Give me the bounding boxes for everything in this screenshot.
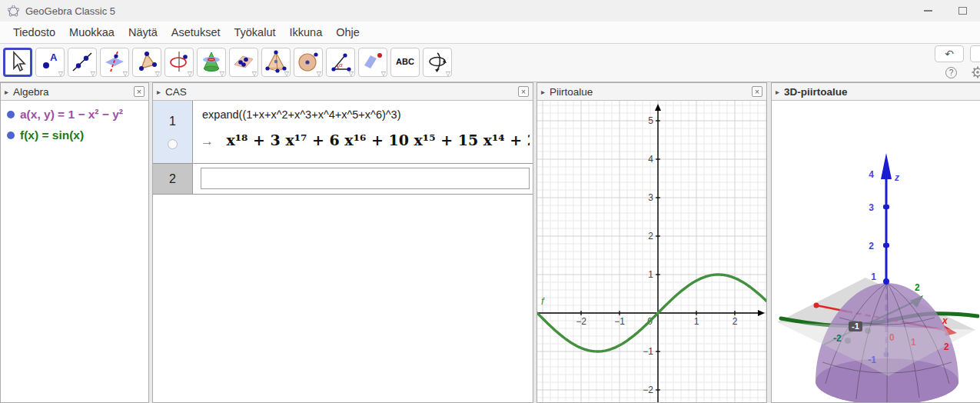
svg-text:5: 5 (648, 115, 653, 126)
tool-dropdown-icon[interactable]: ▽ (252, 70, 257, 77)
algebra-header: ▸ Algebra × (1, 83, 148, 101)
minimize-button[interactable] (911, 0, 945, 22)
pyramid-tool[interactable]: ▽ (261, 48, 291, 77)
svg-text:4: 4 (648, 154, 653, 165)
menu-nayta[interactable]: Näytä (121, 23, 164, 42)
window-title: GeoGebra Classic 5 (25, 5, 115, 17)
toolbar: A ▽ ▽ ▽ ▽ ▽ (0, 44, 980, 82)
menu-tyokalut[interactable]: Työkalut (227, 23, 282, 42)
circle-with-axis-tool[interactable]: ▽ (164, 48, 194, 77)
graphics-3d-panel: ▸ 3D-piirtoalue (771, 82, 980, 403)
settings-gear-icon[interactable] (972, 66, 980, 78)
tool-dropdown-icon[interactable]: ▽ (91, 70, 95, 77)
undo-icon: ↶ (945, 48, 954, 60)
reflect-tool[interactable]: ▽ (358, 48, 387, 77)
tool-dropdown-icon[interactable]: ▽ (58, 70, 63, 77)
polygon-tool[interactable]: ▽ (132, 48, 161, 77)
panel-collapse-icon[interactable]: ▸ (157, 88, 161, 96)
cas-header: ▸ CAS × (153, 83, 533, 101)
help-button[interactable]: ? (945, 67, 957, 78)
maximize-button[interactable] (945, 0, 980, 22)
menu-asetukset[interactable]: Asetukset (164, 23, 228, 42)
tool-dropdown-icon[interactable]: ▽ (155, 70, 160, 77)
graphics-canvas[interactable]: −2−11254321−1−20 f (537, 101, 766, 402)
svg-text:1: 1 (871, 271, 876, 282)
svg-text:1: 1 (694, 316, 699, 327)
reflect-icon (361, 50, 384, 73)
svg-text:3: 3 (648, 192, 653, 203)
object-visibility-dot[interactable] (7, 111, 15, 118)
cas-input-2[interactable] (201, 168, 530, 189)
window-controls (911, 0, 980, 22)
close-icon[interactable]: × (752, 86, 762, 97)
tool-dropdown-icon[interactable]: ▽ (349, 70, 354, 77)
algebra-item-surface[interactable]: a(x, y) = 1 − x² − y² (7, 108, 148, 122)
cas-row-number[interactable]: 2 (153, 164, 193, 194)
svg-text:2: 2 (869, 241, 874, 251)
menu-muokkaa[interactable]: Muokkaa (62, 23, 121, 42)
svg-text:4: 4 (869, 169, 874, 180)
axes (537, 104, 765, 402)
panel-collapse-icon[interactable]: ▸ (776, 88, 779, 96)
move-tool[interactable] (3, 48, 32, 77)
angle-tool[interactable]: α ▽ (326, 48, 355, 77)
minimize-icon (924, 10, 932, 12)
redo-button[interactable]: ↷ (970, 45, 980, 62)
svg-text:x: x (942, 315, 948, 326)
close-icon[interactable]: × (518, 86, 529, 97)
plane-through-points-tool[interactable]: ▽ (229, 48, 258, 77)
cas-input-1[interactable]: expand((1+x+x^2+x^3+x^4+x^5+x^6)^3) (202, 108, 400, 121)
tool-dropdown-icon[interactable]: ▽ (188, 70, 192, 77)
cas-row-1[interactable]: 1 expand((1+x+x^2+x^3+x^4+x^5+x^6)^3) → … (153, 101, 533, 164)
tool-dropdown-icon[interactable]: ▽ (317, 70, 321, 77)
polygon-icon (135, 50, 158, 73)
menu-tiedosto[interactable]: Tiedosto (6, 23, 62, 42)
cas-row-number[interactable]: 1 (153, 101, 193, 163)
svg-text:1: 1 (648, 269, 653, 280)
graphics-3d-header: ▸ 3D-piirtoalue (772, 83, 980, 101)
tool-dropdown-icon[interactable]: ▽ (123, 70, 128, 77)
point-tool[interactable]: A ▽ (35, 48, 65, 77)
line-tool[interactable]: ▽ (68, 48, 97, 77)
rotate-view-tool[interactable]: ▽ (423, 48, 452, 77)
cas-output-arrow: → (201, 134, 214, 148)
help-icon: ? (949, 68, 954, 77)
algebra-title: Algebra (13, 86, 49, 98)
intersect-surfaces-tool[interactable]: ▽ (197, 48, 226, 77)
panel-collapse-icon[interactable]: ▸ (541, 88, 545, 96)
graphics-3d-canvas[interactable]: 4 3 2 1 z -1 2 -2 x 2 0 1 -1 (772, 101, 979, 402)
tool-dropdown-icon[interactable]: ▽ (220, 70, 224, 77)
close-icon[interactable]: × (134, 86, 145, 97)
svg-text:3: 3 (869, 202, 874, 213)
highlighted-tick-chip: -1 (849, 321, 862, 331)
algebra-item-function[interactable]: f(x) = sin(x) (7, 128, 148, 142)
z-axis-3d (881, 153, 892, 285)
tool-dropdown-icon[interactable]: ▽ (381, 70, 386, 77)
cas-row-index: 2 (169, 172, 176, 186)
svg-text:2: 2 (648, 231, 653, 241)
menu-ikkuna[interactable]: Ikkuna (282, 23, 329, 42)
menu-ohje[interactable]: Ohje (329, 23, 367, 42)
perpendicular-line-tool[interactable]: ▽ (100, 48, 129, 77)
svg-text:2: 2 (915, 282, 920, 293)
panel-collapse-icon[interactable]: ▸ (5, 88, 8, 96)
cas-row-index: 1 (169, 115, 176, 128)
object-visibility-dot[interactable] (7, 132, 15, 139)
point-icon: A (38, 50, 61, 73)
svg-text:−1: −1 (643, 346, 653, 357)
svg-text:2: 2 (944, 341, 949, 352)
cas-show-toggle[interactable] (168, 139, 178, 149)
cone-plane-icon (200, 50, 223, 73)
tool-dropdown-icon[interactable]: ▽ (284, 70, 289, 77)
svg-text:−2: −2 (576, 316, 586, 327)
graphics-3d-title: 3D-piirtoalue (784, 86, 848, 98)
tool-dropdown-icon[interactable]: ▽ (446, 70, 450, 77)
cas-row-2[interactable]: 2 (153, 164, 533, 195)
cas-output-1: → x¹⁸ + 3 x¹⁷ + 6 x¹⁶ + 10 x¹⁵ + 15 x¹⁴ … (201, 132, 530, 149)
undo-button[interactable]: ↶ (935, 45, 964, 62)
svg-text:-1: -1 (868, 355, 876, 365)
sphere-tool[interactable]: ▽ (294, 48, 323, 77)
svg-text:0: 0 (889, 332, 895, 343)
angle-icon: α (329, 50, 352, 73)
text-tool[interactable]: ABC (390, 48, 420, 77)
